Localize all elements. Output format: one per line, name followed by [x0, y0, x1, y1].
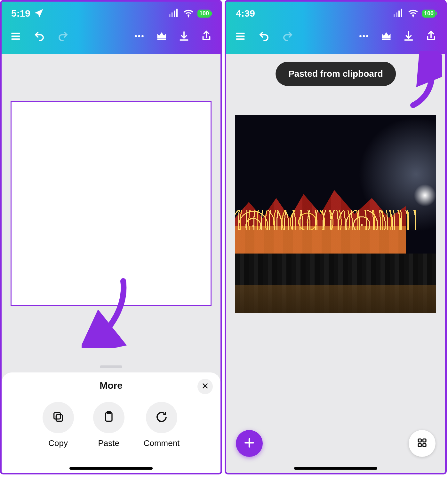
comment-action[interactable]: Comment — [144, 402, 180, 448]
svg-rect-14 — [56, 415, 62, 421]
grid-icon — [417, 438, 427, 449]
download-icon[interactable] — [178, 30, 190, 42]
comment-icon — [155, 410, 168, 425]
blank-canvas[interactable] — [11, 101, 212, 306]
share-icon[interactable] — [201, 30, 212, 42]
more-icon[interactable] — [358, 30, 370, 42]
location-icon — [33, 8, 44, 19]
copy-icon — [52, 411, 65, 425]
svg-rect-0 — [169, 14, 171, 17]
close-icon — [202, 382, 209, 392]
paste-label: Paste — [98, 438, 119, 448]
crown-icon[interactable] — [156, 30, 167, 42]
more-icon[interactable] — [133, 30, 145, 42]
svg-rect-22 — [401, 9, 402, 17]
svg-rect-35 — [418, 444, 421, 447]
wifi-icon — [183, 8, 194, 19]
svg-rect-21 — [398, 11, 400, 17]
svg-rect-36 — [423, 444, 426, 447]
more-sheet: More Copy — [2, 372, 220, 473]
svg-rect-34 — [423, 439, 426, 442]
svg-rect-3 — [176, 9, 178, 17]
svg-point-29 — [366, 35, 368, 37]
add-button[interactable] — [236, 430, 263, 457]
redo-icon[interactable] — [282, 30, 293, 42]
menu-icon[interactable] — [235, 30, 246, 42]
svg-point-28 — [363, 35, 365, 37]
share-icon[interactable] — [425, 30, 437, 42]
paste-icon — [102, 411, 115, 425]
status-bar: 4:39 100 — [226, 2, 445, 22]
wifi-icon — [407, 8, 419, 19]
battery-indicator: 100 — [197, 10, 211, 18]
svg-rect-30 — [382, 39, 391, 40]
svg-rect-20 — [396, 12, 397, 17]
svg-point-23 — [412, 16, 414, 18]
comment-label: Comment — [144, 438, 180, 448]
annotation-arrow — [404, 51, 442, 108]
undo-icon[interactable] — [34, 30, 45, 42]
svg-point-8 — [135, 35, 137, 37]
canvas-area: More Copy — [2, 54, 220, 473]
svg-point-10 — [141, 35, 144, 37]
copy-label: Copy — [48, 438, 68, 448]
pasted-image[interactable] — [235, 115, 436, 313]
editor-toolbar — [2, 22, 220, 54]
copy-action[interactable]: Copy — [43, 402, 74, 448]
status-bar: 5:19 100 — [2, 2, 220, 22]
phone-left: 5:19 100 — [0, 0, 222, 474]
svg-rect-11 — [157, 39, 166, 40]
sheet-title: More — [2, 380, 220, 391]
svg-point-4 — [188, 16, 189, 18]
editor-toolbar — [226, 22, 445, 54]
close-button[interactable] — [197, 379, 213, 394]
svg-rect-1 — [171, 12, 173, 17]
status-time: 5:19 — [11, 8, 30, 19]
status-time: 4:39 — [236, 8, 255, 19]
home-indicator — [294, 467, 377, 470]
download-icon[interactable] — [403, 30, 414, 42]
crown-icon[interactable] — [380, 30, 392, 42]
sheet-handle[interactable] — [100, 365, 122, 368]
home-indicator — [69, 467, 153, 470]
svg-rect-15 — [54, 413, 60, 419]
svg-point-27 — [359, 35, 362, 37]
redo-icon[interactable] — [57, 30, 69, 42]
svg-rect-19 — [394, 14, 395, 17]
cellular-icon — [393, 8, 404, 19]
plus-icon — [243, 437, 255, 450]
app-header: 5:19 100 — [2, 2, 220, 54]
paste-action[interactable]: Paste — [93, 402, 124, 448]
paste-toast: Pasted from clipboard — [276, 62, 396, 86]
svg-rect-33 — [418, 439, 421, 442]
menu-icon[interactable] — [10, 30, 21, 42]
app-header: 4:39 100 — [226, 2, 445, 54]
svg-rect-2 — [174, 11, 175, 17]
battery-indicator: 100 — [422, 10, 436, 18]
cellular-icon — [168, 8, 180, 19]
svg-point-9 — [138, 35, 140, 37]
undo-icon[interactable] — [258, 30, 270, 42]
canvas-area: Pasted from clipboard — [226, 54, 445, 473]
pages-button[interactable] — [409, 430, 436, 457]
phone-right: 4:39 100 — [225, 0, 447, 474]
